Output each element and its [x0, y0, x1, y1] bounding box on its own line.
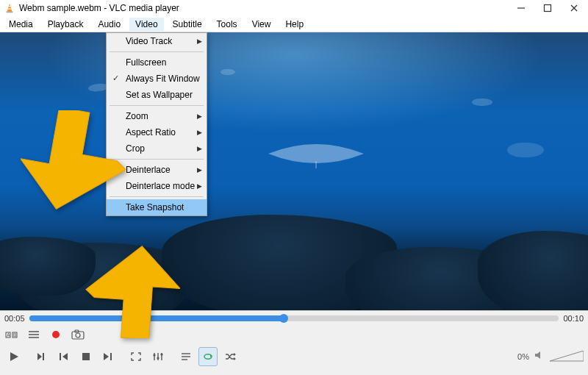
- menu-item-set-wallpaper[interactable]: Set as Wallpaper: [107, 87, 207, 103]
- svg-rect-23: [43, 353, 44, 360]
- check-icon: ✓: [112, 74, 119, 83]
- svg-text:B: B: [13, 332, 16, 338]
- svg-text:A: A: [7, 332, 10, 338]
- snapshot-button[interactable]: [71, 327, 85, 342]
- seek-slider[interactable]: [29, 315, 559, 321]
- menu-item-video-track[interactable]: Video Track▶: [107, 33, 207, 49]
- shuffle-button[interactable]: [220, 347, 240, 366]
- menu-separator: [110, 196, 204, 197]
- step-forward-button[interactable]: [32, 347, 51, 366]
- playback-toolbar: 0%: [0, 344, 588, 369]
- playlist-button[interactable]: [176, 347, 196, 366]
- title-bar: Webm sample.webm - VLC media player: [0, 0, 588, 16]
- submenu-arrow-icon: ▶: [197, 166, 202, 174]
- menu-help[interactable]: Help: [279, 18, 309, 31]
- menu-item-label: Set as Wallpaper: [126, 90, 193, 100]
- play-button[interactable]: [4, 347, 24, 366]
- frame-list-button[interactable]: [26, 327, 41, 342]
- svg-rect-28: [110, 353, 112, 360]
- maximize-button[interactable]: [541, 1, 554, 15]
- seek-progress: [29, 315, 284, 321]
- volume-control: 0%: [517, 350, 584, 363]
- submenu-arrow-icon: ▶: [197, 129, 202, 136]
- record-icon: [52, 331, 60, 338]
- svg-rect-1: [7, 12, 13, 13]
- svg-point-33: [157, 357, 159, 359]
- menu-separator: [110, 105, 204, 106]
- mute-icon[interactable]: [534, 350, 545, 363]
- svg-marker-40: [234, 357, 236, 360]
- minimize-button[interactable]: [514, 1, 528, 15]
- menu-item-label: Deinterlace: [126, 165, 171, 175]
- window-title: Webm sample.webm - VLC media player: [19, 3, 514, 13]
- vlc-cone-icon: [4, 3, 15, 13]
- svg-marker-41: [535, 351, 540, 359]
- scenery-rock: [0, 237, 96, 296]
- menu-item-label: Zoom: [126, 111, 148, 121]
- svg-point-20: [76, 333, 80, 338]
- stop-button[interactable]: [76, 347, 96, 366]
- current-time-label: 00:05: [4, 314, 25, 323]
- menu-item-take-snapshot[interactable]: Take Snapshot: [107, 199, 207, 215]
- submenu-arrow-icon: ▶: [197, 38, 202, 45]
- menu-item-label: Crop: [126, 143, 145, 154]
- fullscreen-button[interactable]: [126, 347, 146, 366]
- menu-item-fullscreen[interactable]: Fullscreen: [107, 54, 207, 71]
- next-button[interactable]: [98, 347, 118, 366]
- volume-slider[interactable]: [550, 351, 584, 362]
- video-viewport[interactable]: [0, 32, 588, 310]
- menu-subtitle[interactable]: Subtitle: [167, 18, 208, 31]
- svg-rect-26: [82, 353, 90, 360]
- menu-item-aspect-ratio[interactable]: Aspect Ratio▶: [107, 124, 207, 140]
- scenery-rock: [478, 231, 588, 310]
- extended-settings-button[interactable]: [148, 347, 168, 366]
- record-button[interactable]: [49, 327, 63, 342]
- svg-marker-22: [37, 353, 42, 360]
- svg-rect-3: [7, 9, 12, 10]
- close-button[interactable]: [567, 1, 581, 15]
- scenery-fish: [44, 187, 71, 197]
- menu-item-label: Take Snapshot: [126, 202, 184, 213]
- svg-marker-39: [234, 353, 236, 356]
- video-menu-dropdown: Video Track▶ Fullscreen ✓Always Fit Wind…: [106, 32, 207, 216]
- menu-view[interactable]: View: [246, 18, 277, 31]
- svg-marker-25: [62, 353, 68, 360]
- svg-marker-27: [104, 353, 109, 360]
- scenery-fish: [472, 99, 492, 106]
- svg-rect-5: [545, 5, 551, 12]
- submenu-arrow-icon: ▶: [197, 145, 202, 152]
- volume-percent-label: 0%: [517, 352, 529, 361]
- window-controls: [514, 1, 581, 15]
- loop-button[interactable]: [198, 347, 218, 366]
- previous-button[interactable]: [54, 347, 74, 366]
- menu-item-label: Always Fit Window: [126, 74, 200, 84]
- svg-marker-42: [550, 351, 584, 361]
- svg-marker-21: [10, 352, 18, 361]
- menu-audio[interactable]: Audio: [92, 18, 126, 31]
- ab-loop-button[interactable]: AB: [4, 327, 19, 342]
- scenery-stingray: [265, 139, 368, 168]
- menu-media[interactable]: Media: [3, 18, 39, 31]
- advanced-toolbar: AB: [0, 325, 588, 344]
- menu-video[interactable]: Video: [129, 18, 163, 31]
- svg-point-32: [153, 354, 155, 356]
- menu-item-label: Fullscreen: [126, 57, 166, 68]
- menu-item-label: Aspect Ratio: [126, 127, 176, 138]
- svg-rect-2: [8, 6, 11, 7]
- total-time-label: 00:10: [563, 314, 584, 323]
- svg-rect-24: [60, 353, 61, 360]
- menu-item-deinterlace-mode[interactable]: Deinterlace mode▶: [107, 178, 207, 194]
- menu-tools[interactable]: Tools: [211, 18, 243, 31]
- menu-item-deinterlace[interactable]: Deinterlace▶: [107, 162, 207, 178]
- menu-item-zoom[interactable]: Zoom▶: [107, 108, 207, 124]
- status-bar: [0, 369, 588, 375]
- menu-item-crop[interactable]: Crop▶: [107, 140, 207, 157]
- seek-handle[interactable]: [279, 314, 288, 323]
- menu-item-always-fit[interactable]: ✓Always Fit Window: [107, 71, 207, 87]
- svg-point-34: [160, 353, 162, 355]
- seek-bar-row: 00:05 00:10: [0, 310, 588, 325]
- menu-bar: Media Playback Audio Video Subtitle Tool…: [0, 16, 588, 32]
- svg-marker-0: [7, 4, 12, 12]
- menu-playback[interactable]: Playback: [42, 18, 90, 31]
- menu-separator: [110, 159, 204, 160]
